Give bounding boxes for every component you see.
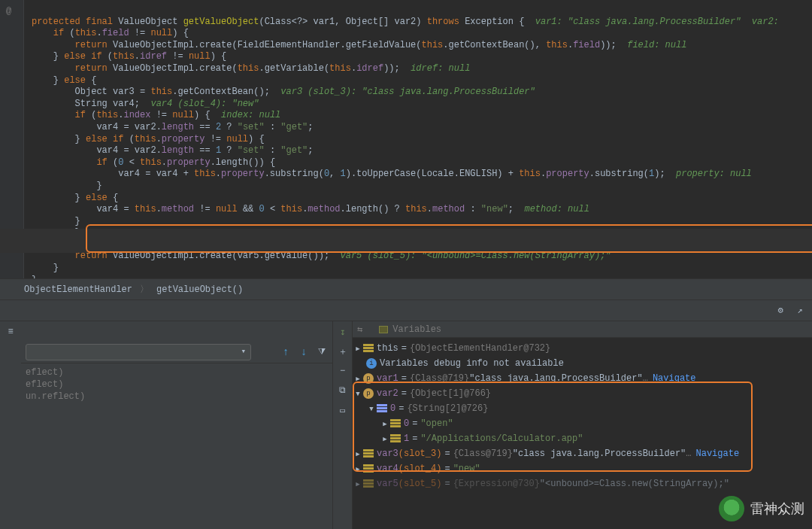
debugger-panel: ≡ ↑ ↓ ⧩ eflect) eflect) un.reflect) ↧ ＋ … bbox=[0, 321, 812, 529]
object-icon bbox=[363, 479, 374, 488]
code-line: return ValueObjectImpl.create(FieldEleme… bbox=[32, 40, 686, 50]
frames-list[interactable]: eflect) eflect) un.reflect) bbox=[21, 363, 332, 406]
navigate-link[interactable]: Navigate bbox=[695, 448, 739, 459]
code-line: String var4; var4 (slot_4): "new" bbox=[32, 99, 259, 109]
layout-icon[interactable]: ≡ bbox=[5, 326, 17, 338]
code-line: return ValueObjectImpl.create(this.getVa… bbox=[32, 63, 470, 74]
var-var3[interactable]: var3 (slot_3)={Class@719} "class java.la… bbox=[353, 446, 812, 461]
navigate-link[interactable]: Navigate bbox=[653, 373, 696, 384]
code-line: } bbox=[32, 216, 80, 226]
highlight-line bbox=[0, 241, 812, 253]
frame-item[interactable]: eflect) bbox=[26, 379, 328, 391]
remove-watch-icon[interactable]: − bbox=[337, 365, 349, 377]
param-icon: p bbox=[363, 373, 374, 384]
variables-tree[interactable]: this={ObjectElementHandler@732} iVariabl… bbox=[353, 338, 812, 494]
breadcrumb[interactable]: ObjectElementHandler 〉 getValueObject() bbox=[0, 278, 812, 299]
gutter-annotation: @ bbox=[6, 6, 11, 17]
object-icon bbox=[363, 344, 374, 353]
code-line: if (this.field != null) { bbox=[32, 28, 189, 38]
expand-icon[interactable] bbox=[353, 479, 363, 489]
object-icon bbox=[363, 449, 374, 458]
frames-panel: ↑ ↓ ⧩ eflect) eflect) un.reflect) bbox=[21, 321, 333, 529]
code-line: } bbox=[32, 263, 59, 273]
variables-header: ⇆ Variables bbox=[353, 321, 812, 338]
code-line: var4 = var2.length == 1 ? "set" : "get"; bbox=[32, 145, 314, 156]
param-icon: p bbox=[363, 388, 374, 399]
object-icon bbox=[390, 434, 401, 443]
evaluate-icon[interactable]: ▭ bbox=[337, 404, 349, 416]
var-info: iVariables debug info not available bbox=[353, 356, 812, 371]
expand-icon[interactable] bbox=[353, 373, 363, 384]
frames-toolbar: ↑ ↓ ⧩ bbox=[21, 341, 332, 363]
debug-toolbar: ⚙ ↗ bbox=[0, 299, 812, 321]
watermark-text: 雷神众测 bbox=[750, 500, 804, 518]
expand-icon[interactable] bbox=[366, 403, 377, 414]
restore-layout-icon[interactable]: ⇆ bbox=[357, 324, 362, 335]
var-var4[interactable]: var4 (slot_4)="new" bbox=[353, 461, 812, 476]
code-line: } else if (this.property != null) { bbox=[32, 134, 265, 144]
code-line: } else { bbox=[32, 75, 96, 86]
frame-item[interactable]: eflect) bbox=[26, 366, 328, 379]
breadcrumb-sep-icon: 〉 bbox=[140, 283, 149, 296]
object-icon bbox=[390, 419, 401, 428]
object-icon bbox=[363, 464, 374, 473]
array-icon bbox=[377, 404, 387, 413]
var-var5[interactable]: var5 (slot_5)={Expression@730} "<unbound… bbox=[353, 476, 812, 491]
settings-icon[interactable]: ⚙ bbox=[774, 305, 786, 317]
code-editor[interactable]: @ protected final ValueObject getValueOb… bbox=[0, 0, 812, 278]
code-line: var4 = var4 + this.property.substring(0,… bbox=[32, 169, 752, 179]
watermark-logo-icon bbox=[719, 496, 744, 521]
watermark: 雷神众测 bbox=[719, 496, 804, 521]
variables-title: Variables bbox=[392, 324, 441, 335]
code-line: if (0 < this.property.length()) { bbox=[32, 157, 275, 168]
breadcrumb-method[interactable]: getValueObject() bbox=[156, 284, 243, 295]
expand-icon[interactable] bbox=[353, 388, 363, 399]
filter-icon[interactable]: ⧩ bbox=[316, 346, 328, 358]
resume-icon[interactable]: ↧ bbox=[337, 326, 349, 338]
expand-icon[interactable] bbox=[353, 448, 363, 459]
breadcrumb-class[interactable]: ObjectElementHandler bbox=[24, 284, 132, 295]
expand-icon[interactable] bbox=[380, 433, 390, 444]
thread-dropdown[interactable] bbox=[26, 344, 251, 360]
highlight-line bbox=[0, 229, 812, 241]
code-line: protected final ValueObject getValueObje… bbox=[32, 17, 779, 27]
code-line: if (this.index != null) { index: null bbox=[32, 110, 280, 120]
var-var2-0-0[interactable]: 0="open" bbox=[353, 416, 812, 431]
prev-frame-icon[interactable]: ↑ bbox=[280, 346, 292, 358]
next-frame-icon[interactable]: ↓ bbox=[298, 346, 310, 358]
var-this[interactable]: this={ObjectElementHandler@732} bbox=[353, 341, 812, 356]
copy-icon[interactable]: ⧉ bbox=[337, 385, 349, 397]
var-var2-0-1[interactable]: 1="/Applications/Calculator.app" bbox=[353, 431, 812, 446]
var-var1[interactable]: pvar1={Class@719} "class java.lang.Proce… bbox=[353, 371, 812, 386]
variables-sidebar: ↧ ＋ − ⧉ ▭ bbox=[333, 321, 353, 529]
expand-icon[interactable]: ↗ bbox=[794, 305, 806, 317]
new-watch-icon[interactable]: ＋ bbox=[337, 345, 349, 357]
code-line: } bbox=[32, 275, 37, 278]
frame-item[interactable]: un.reflect) bbox=[26, 391, 328, 403]
code-line: Object var3 = this.getContextBean(); var… bbox=[32, 87, 535, 97]
code-line: } else { bbox=[32, 193, 118, 203]
code-line: } else if (this.idref != null) { bbox=[32, 51, 226, 62]
expand-icon[interactable] bbox=[353, 343, 363, 354]
code-line: } bbox=[32, 181, 102, 191]
info-icon: i bbox=[366, 358, 377, 369]
var-var2-0[interactable]: 0={String[2]@726} bbox=[353, 401, 812, 416]
debugger-sidebar: ≡ bbox=[0, 321, 21, 529]
expand-icon[interactable] bbox=[380, 418, 390, 429]
code-line: var4 = var2.length == 2 ? "set" : "get"; bbox=[32, 122, 314, 132]
variables-icon bbox=[379, 326, 388, 333]
var-var2[interactable]: pvar2={Object[1]@766} bbox=[353, 386, 812, 401]
expand-icon[interactable] bbox=[353, 464, 363, 474]
code-line: var4 = this.method != null && 0 < this.m… bbox=[32, 204, 589, 214]
